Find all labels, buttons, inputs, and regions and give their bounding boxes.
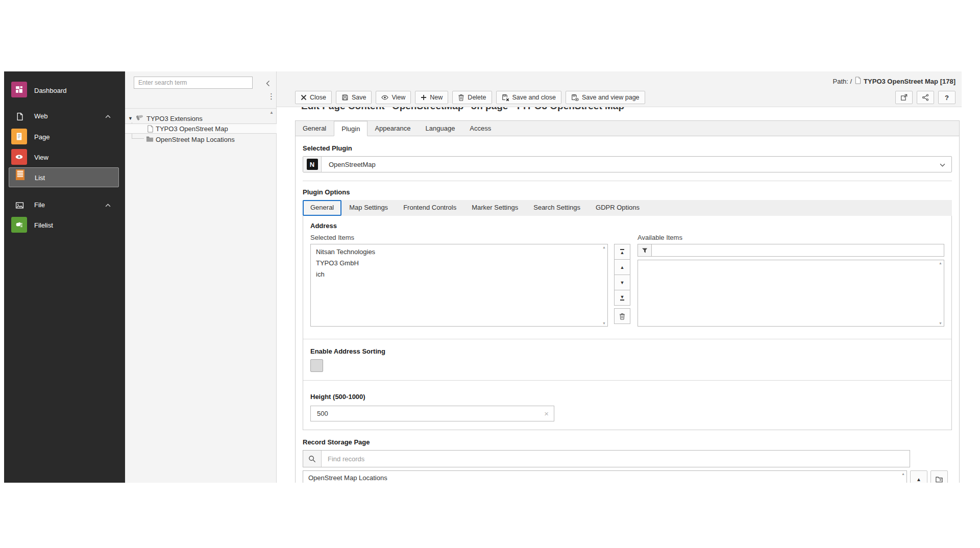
plugin-options-tab-bar: General Map Settings Frontend Controls M…: [303, 200, 952, 216]
delete-button[interactable]: Delete: [452, 91, 492, 104]
option-tab-gdpr-options[interactable]: GDPR Options: [588, 200, 647, 216]
scroll-down-icon[interactable]: ▼: [939, 321, 942, 325]
enable-address-sorting-label: Enable Address Sorting: [310, 347, 944, 355]
selected-items-listbox[interactable]: Nitsan Technologies TYPO3 GmbH ich ▲ ▼: [310, 244, 608, 327]
collapse-tree-icon[interactable]: [266, 80, 270, 89]
folder-page-icon: [936, 476, 943, 483]
record-storage-search: [303, 450, 910, 467]
available-items-filter-input[interactable]: [651, 244, 944, 257]
tree-search-input[interactable]: [134, 77, 253, 89]
help-button[interactable]: ?: [938, 91, 955, 104]
tab-access[interactable]: Access: [462, 121, 499, 136]
scroll-up-icon[interactable]: ▲: [901, 472, 905, 476]
tree-node-typo3-openstreet-map[interactable]: TYPO3 OpenStreet Map: [125, 123, 277, 134]
save-and-view-button[interactable]: Save and view page: [566, 91, 645, 104]
doc-header: Path: / TYPO3 OpenStreet Map [178] Close…: [277, 71, 962, 107]
web-section-icon: [15, 112, 24, 121]
page-doc-icon: [146, 125, 154, 134]
option-tab-map-settings[interactable]: Map Settings: [341, 200, 396, 216]
chevron-up-icon: [105, 111, 111, 120]
scroll-up-icon[interactable]: ▲: [939, 261, 942, 265]
doc-toolbar-right: ?: [895, 91, 955, 104]
save-and-close-button[interactable]: Save and close: [496, 91, 561, 104]
move-up-button[interactable]: ▲: [614, 259, 630, 275]
page-tree-panel: ⋮ ▲ ▼ TYPO3 Extensions TYPO3 OpenStreet …: [125, 71, 277, 483]
content-area: Path: / TYPO3 OpenStreet Map [178] Close…: [277, 71, 962, 483]
sidebar-section-web[interactable]: Web: [4, 109, 125, 122]
filelist-icon: [11, 217, 27, 233]
page-doc-icon: [854, 77, 861, 86]
height-field-wrap: ×: [310, 406, 554, 421]
record-storage-row: OpenStreet Map Locations ▲ ▲: [303, 470, 952, 483]
filter-row: [638, 244, 944, 257]
sidebar-item-view[interactable]: View: [4, 148, 125, 166]
sidebar-item-page[interactable]: Page: [4, 128, 125, 146]
tab-plugin[interactable]: Plugin: [334, 121, 368, 136]
enable-address-sorting-checkbox[interactable]: [310, 359, 323, 372]
sidebar-item-filelist[interactable]: Filelist: [4, 216, 125, 234]
move-down-button[interactable]: ▼: [614, 275, 630, 290]
save-view-icon: [571, 94, 579, 102]
tree-node-openstreet-map-locations[interactable]: OpenStreet Map Locations: [125, 134, 277, 144]
tab-general[interactable]: General: [296, 121, 334, 136]
sidebar-item-list[interactable]: List: [9, 167, 119, 187]
chevron-down-icon: [940, 160, 951, 169]
sidebar-item-label: Page: [34, 133, 50, 141]
record-heading: Edit Page Content "OpenStreetMap" on pag…: [301, 107, 812, 112]
remove-item-button[interactable]: [614, 308, 630, 324]
sidebar-section-file[interactable]: File: [4, 198, 125, 211]
find-records-input[interactable]: [322, 451, 910, 467]
option-tab-general[interactable]: General: [303, 200, 341, 216]
available-items-listbox[interactable]: ▲ ▼: [638, 260, 944, 327]
external-link-icon: [900, 94, 908, 101]
tab-language[interactable]: Language: [419, 121, 463, 136]
record-storage-listbox[interactable]: OpenStreet Map Locations ▲: [303, 470, 907, 483]
available-items-label: Available Items: [632, 232, 944, 244]
plugin-icon-cell: N: [303, 157, 322, 172]
typo3-backend: Dashboard Web Page View: [4, 71, 962, 483]
list-item[interactable]: ich: [311, 269, 607, 280]
tab-appearance[interactable]: Appearance: [368, 121, 418, 136]
option-tab-marker-settings[interactable]: Marker Settings: [464, 200, 526, 216]
trash-icon: [619, 313, 625, 320]
storage-folder-button[interactable]: [930, 470, 948, 483]
trash-icon: [458, 94, 464, 101]
scroll-down-icon[interactable]: ▼: [602, 321, 606, 325]
nitsan-plugin-icon: N: [307, 159, 318, 170]
plus-icon: [421, 94, 427, 101]
list-item[interactable]: Nitsan Technologies: [311, 244, 607, 258]
option-tab-frontend-controls[interactable]: Frontend Controls: [396, 200, 464, 216]
caret-down-icon[interactable]: ▼: [128, 116, 133, 121]
list-icon: [16, 169, 24, 180]
open-in-new-window-button[interactable]: [895, 91, 913, 104]
move-to-top-button[interactable]: ▲: [614, 244, 630, 260]
record-tab-bar: General Plugin Appearance Language Acces…: [296, 121, 959, 136]
share-icon: [922, 94, 929, 101]
selected-plugin-select[interactable]: N OpenStreetMap: [303, 156, 952, 172]
sidebar-item-dashboard[interactable]: Dashboard: [4, 81, 125, 100]
search-icon: [303, 451, 322, 467]
list-item[interactable]: OpenStreet Map Locations: [303, 471, 906, 483]
view-button[interactable]: View: [376, 91, 411, 104]
clear-icon[interactable]: ×: [544, 409, 549, 418]
share-button[interactable]: [917, 91, 934, 104]
close-button[interactable]: Close: [295, 91, 332, 104]
tree-node-typo3-extensions[interactable]: ▼ TYPO3 Extensions: [125, 113, 277, 123]
sidebar-item-label: Dashboard: [34, 87, 67, 94]
selected-plugin-value: OpenStreetMap: [322, 161, 940, 168]
save-button[interactable]: Save: [336, 91, 372, 104]
new-button[interactable]: New: [415, 91, 448, 104]
item-move-controls: ▲ ▲ ▼ ▼: [608, 244, 632, 327]
chevron-up-icon: [105, 200, 111, 209]
option-tab-search-settings[interactable]: Search Settings: [526, 200, 588, 216]
folder-icon: [146, 136, 154, 144]
page-icon: [11, 129, 27, 144]
storage-move-up-button[interactable]: ▲: [910, 470, 927, 483]
move-to-bottom-button[interactable]: ▼: [614, 290, 630, 306]
height-input[interactable]: [311, 406, 554, 421]
scroll-up-icon[interactable]: ▲: [602, 245, 606, 249]
address-label: Address: [310, 222, 944, 230]
tree-menu-icon[interactable]: ⋮: [267, 93, 275, 100]
list-item[interactable]: TYPO3 GmbH: [311, 258, 607, 269]
filter-icon[interactable]: [638, 244, 651, 257]
